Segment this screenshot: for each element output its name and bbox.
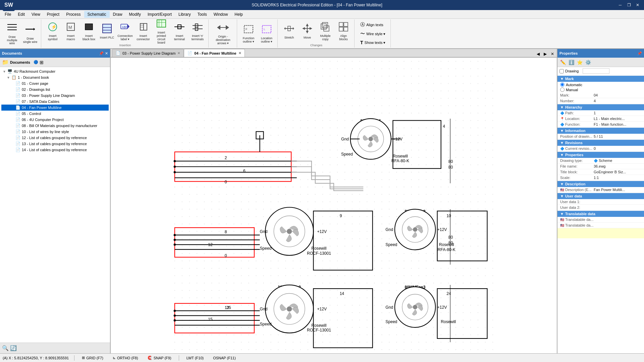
menu-window[interactable]: Window (210, 11, 231, 18)
tree-control[interactable]: 📄 05 - Control (1, 111, 109, 117)
restore-button[interactable]: ❐ (625, 1, 633, 9)
tab-close-all-button[interactable]: ✕ (549, 51, 555, 57)
location-outline-button[interactable]: L Location outline ▾ (258, 21, 275, 46)
minimize-button[interactable]: ─ (616, 1, 624, 9)
insert-pcb-label: Insert printed circuit board (154, 31, 169, 45)
align-blocks-button[interactable]: Align blocks (335, 19, 352, 43)
insert-n-terminals-button[interactable]: Insert 'n' terminals (189, 19, 206, 43)
tree-power-supply[interactable]: 📄 03 - Power Supply Line Diagram (1, 93, 109, 99)
tab-next-button[interactable]: ▶ (542, 51, 548, 57)
tree-drawings-list[interactable]: 📄 02 - Drawings list (1, 86, 109, 93)
revisions-section-header[interactable]: ▼ Revisions (557, 140, 644, 146)
menu-project[interactable]: Project (44, 11, 63, 18)
insert-black-box-button[interactable]: Insert black box (80, 19, 98, 43)
tree-root[interactable]: ▼ 🖥️ 4U Rackmount Computer (1, 68, 109, 74)
align-texts-button[interactable]: Ⓐ Align texts (358, 21, 388, 29)
show-texts-button[interactable]: T Show texts ▾ (358, 39, 388, 46)
schematic-canvas[interactable]: 80MMFan1 Gnd +12V Speed Rosewill RFA-80-… (111, 58, 557, 353)
connection-label-button[interactable]: ABC Connection label ▾ (116, 19, 134, 43)
tree-doc-book[interactable]: ▼ 📋 1 - Document book (1, 74, 109, 80)
menu-file[interactable]: File (1, 11, 14, 18)
docs-view-icon1[interactable]: 🔵 (34, 60, 38, 64)
tab-prev-button[interactable]: ◀ (535, 51, 541, 57)
wire-style-icon: 〜 (360, 31, 365, 37)
ortho-button[interactable]: ⊾ ORTHO (F8) (111, 355, 140, 361)
mark-section-header[interactable]: ▼ Mark (557, 76, 644, 82)
tab-fan-power-close[interactable]: ✕ (238, 51, 241, 55)
menu-edit[interactable]: Edit (14, 11, 28, 18)
location-outline-icon: L (261, 23, 272, 36)
menu-modify[interactable]: Modify (126, 11, 144, 18)
menu-process[interactable]: Process (63, 11, 84, 18)
tab-power-supply-close[interactable]: ✕ (177, 51, 180, 55)
function-outline-button[interactable]: F Function outline ▾ (240, 21, 257, 46)
drawings-icon: 📄 (15, 87, 20, 92)
translatable-section-header[interactable]: ▼ Translatable data (557, 211, 644, 217)
tree-cover-page[interactable]: 📄 01 - Cover page (1, 80, 109, 86)
location-key: 📍 Location: (560, 117, 594, 121)
insert-pcb-button[interactable]: Insert printed circuit board (153, 19, 170, 43)
hierarchy-section-header[interactable]: ▼ Hierarchy (557, 104, 644, 110)
props-pencil-icon[interactable]: ✏️ (559, 59, 567, 66)
tab-power-supply[interactable]: 📄 03 - Power Supply Line Diagram ✕ (112, 49, 184, 57)
tree-cables-13[interactable]: 📄 13 - List of cables grouped by referen… (1, 141, 109, 147)
properties-section-header[interactable]: ▼ Properties (557, 152, 644, 158)
tree-bom[interactable]: 📄 08 - Bill Of Materials grouped by manu… (1, 123, 109, 129)
tab-fan-power[interactable]: 📄 04 - Fan Power Multiline ✕ (184, 49, 245, 57)
menu-schematic[interactable]: Schematic (84, 11, 110, 18)
mark-manual-input[interactable] (560, 87, 565, 92)
mark-manual-radio[interactable]: Manual (560, 87, 641, 92)
snap-button[interactable]: 🧲 SNAP (F9) (146, 355, 173, 361)
drawing-checkbox[interactable] (559, 69, 564, 73)
mark-auto-radio[interactable]: Automatic (560, 82, 641, 87)
menu-library[interactable]: Library (175, 11, 194, 18)
docs-search-icon[interactable]: 🔍 (2, 345, 9, 351)
insert-connector-button[interactable]: Insert connector (135, 19, 152, 43)
drawings-label: 02 - Drawings list (22, 87, 50, 92)
docs-view-icon2[interactable]: ⊞ (40, 60, 44, 65)
tree-wires-line[interactable]: 📄 10 - List of wires by line style (1, 129, 109, 135)
origin-destination-arrows-button[interactable]: Origin - destination arrows ▾ (211, 21, 235, 46)
insert-terminal-button[interactable]: Insert terminal (171, 19, 188, 43)
menu-view[interactable]: View (28, 11, 44, 18)
wire-style-button[interactable]: 〜 Wire style ▾ (358, 30, 388, 38)
tree-sata[interactable]: 📄 07 - SATA Data Cables (1, 99, 109, 105)
insert-symbol-button[interactable]: ⚡ Insert symbol (44, 19, 61, 43)
props-pin-button[interactable]: 📌 (637, 51, 642, 56)
mark-auto-input[interactable] (560, 82, 565, 87)
panel-pin-button[interactable]: 📌 (99, 51, 104, 56)
draw-single-wire-button[interactable]: Draw single wire (21, 21, 39, 46)
multiple-copy-icon (320, 21, 331, 34)
props-star-icon[interactable]: ⭐ (576, 59, 583, 66)
panel-close-button[interactable]: ✕ (105, 51, 108, 56)
props-info-icon[interactable]: ℹ️ (568, 59, 575, 66)
multiple-copy-button[interactable]: Multiple copy (317, 19, 334, 43)
stretch-button[interactable]: Stretch (280, 19, 298, 43)
menu-import-export[interactable]: Import/Export (144, 11, 175, 18)
insert-plc-button[interactable]: Insert PLC (98, 19, 116, 43)
right-80-2: 80 (448, 165, 453, 170)
window-controls: ─ ❐ ✕ (616, 1, 641, 9)
menu-help[interactable]: Help (231, 11, 246, 18)
osnap-button[interactable]: OSNAP (F11) (211, 355, 238, 361)
tree-computer-project[interactable]: 📄 06 - 4U Computer Project (1, 117, 109, 123)
grid-button[interactable]: ⊞ GRID (F7) (80, 355, 105, 361)
menu-draw[interactable]: Draw (110, 11, 126, 18)
fan1-speed: Speed (341, 152, 353, 157)
tree-cables-14[interactable]: 📄 14 - List of cables grouped by referen… (1, 147, 109, 153)
information-section-header[interactable]: ▼ Information (557, 128, 644, 134)
draw-multiple-wire-button[interactable]: Draw multiple wire (3, 21, 21, 46)
tree-fan-power[interactable]: 📄 04 - Fan Power Multiline (1, 105, 109, 111)
move-button[interactable]: Move (299, 19, 316, 43)
user-data-section-header[interactable]: ▼ User data (557, 193, 644, 199)
menu-tools[interactable]: Tools (194, 11, 210, 18)
schematic-svg[interactable]: 80MMFan1 Gnd +12V Speed Rosewill RFA-80-… (111, 58, 557, 353)
tree-cables-12[interactable]: 📄 12 - List of cables grouped by referen… (1, 135, 109, 141)
close-button[interactable]: ✕ (634, 1, 641, 9)
docs-refresh-icon[interactable]: 🔄 (10, 345, 17, 351)
props-gear-icon[interactable]: ⚙️ (585, 59, 592, 66)
drawing-input[interactable] (583, 68, 609, 74)
description-section-header[interactable]: ▼ Description (557, 181, 644, 187)
insert-macro-button[interactable]: M Insert macro (62, 19, 79, 43)
lwt-button[interactable]: LWT (F10) (184, 355, 206, 361)
